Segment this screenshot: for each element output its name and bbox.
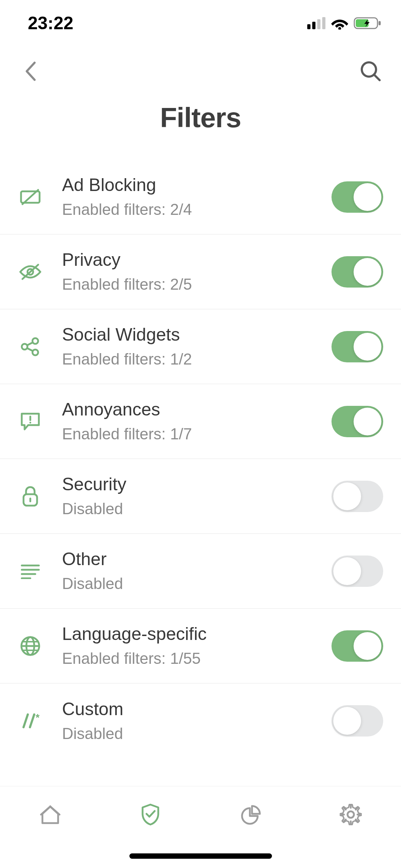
svg-line-9 <box>374 75 380 80</box>
lock-icon <box>18 484 43 509</box>
ad-block-icon <box>18 185 43 210</box>
chevron-left-icon <box>24 61 37 82</box>
social-icon <box>18 334 43 359</box>
filter-title: Social Widgets <box>62 323 331 346</box>
svg-point-16 <box>32 350 38 355</box>
toggle-privacy[interactable] <box>331 256 383 288</box>
svg-text:*: * <box>36 713 40 723</box>
filter-item-social[interactable]: Social Widgets Enabled filters: 1/2 <box>0 309 401 384</box>
toggle-custom[interactable] <box>331 705 383 737</box>
filter-subtitle: Enabled filters: 1/55 <box>62 648 331 669</box>
filter-item-text: Social Widgets Enabled filters: 1/2 <box>62 323 331 370</box>
nav-stats[interactable] <box>238 802 263 827</box>
svg-line-18 <box>27 348 33 351</box>
filter-item-language[interactable]: Language-specific Enabled filters: 1/55 <box>0 609 401 683</box>
shield-check-icon <box>140 803 160 826</box>
filter-item-other[interactable]: Other Disabled <box>0 534 401 609</box>
svg-rect-3 <box>322 17 325 29</box>
svg-line-35 <box>41 806 50 815</box>
svg-point-14 <box>22 344 27 350</box>
filter-subtitle: Disabled <box>62 573 331 594</box>
status-indicators <box>307 16 381 30</box>
svg-point-37 <box>348 811 354 818</box>
svg-rect-0 <box>307 24 310 29</box>
nav-protection[interactable] <box>138 802 163 827</box>
svg-line-33 <box>30 714 34 727</box>
wifi-icon <box>331 17 349 30</box>
filters-list: Ad Blocking Enabled filters: 2/4 Privacy… <box>0 160 401 758</box>
toggle-other[interactable] <box>331 556 383 587</box>
pie-chart-icon <box>240 804 261 825</box>
filter-title: Privacy <box>62 248 331 272</box>
filter-item-text: Ad Blocking Enabled filters: 2/4 <box>62 174 331 220</box>
filter-title: Language-specific <box>62 622 331 646</box>
back-button[interactable] <box>18 59 43 84</box>
battery-charging-icon <box>354 16 381 30</box>
home-icon <box>40 804 61 825</box>
toggle-annoyances[interactable] <box>331 406 383 437</box>
annoyance-icon <box>18 409 43 434</box>
filter-item-custom[interactable]: * Custom Disabled <box>0 683 401 758</box>
filter-title: Custom <box>62 698 331 721</box>
title-container: Filters <box>0 96 401 145</box>
filter-item-text: Other Disabled <box>62 548 331 594</box>
filter-item-ad-blocking[interactable]: Ad Blocking Enabled filters: 2/4 <box>0 160 401 234</box>
filter-item-security[interactable]: Security Disabled <box>0 459 401 534</box>
filter-subtitle: Enabled filters: 2/4 <box>62 199 331 220</box>
svg-point-4 <box>338 27 341 30</box>
custom-code-icon: * <box>18 708 43 733</box>
toggle-security[interactable] <box>331 481 383 512</box>
svg-point-20 <box>30 422 31 423</box>
svg-point-15 <box>32 338 38 344</box>
filter-subtitle: Enabled filters: 2/5 <box>62 274 331 295</box>
toggle-ad-blocking[interactable] <box>331 181 383 213</box>
search-button[interactable] <box>358 59 383 84</box>
toggle-social[interactable] <box>331 331 383 362</box>
svg-line-17 <box>27 342 33 345</box>
privacy-icon <box>18 259 43 284</box>
filter-item-text: Annoyances Enabled filters: 1/7 <box>62 398 331 444</box>
svg-line-36 <box>50 806 60 815</box>
filter-subtitle: Enabled filters: 1/2 <box>62 348 331 370</box>
filter-item-privacy[interactable]: Privacy Enabled filters: 2/5 <box>0 234 401 309</box>
svg-line-32 <box>24 714 28 727</box>
status-bar: 23:22 <box>0 0 401 46</box>
list-lines-icon <box>18 559 43 584</box>
filter-title: Other <box>62 548 331 571</box>
filter-item-text: Custom Disabled <box>62 698 331 744</box>
filter-title: Ad Blocking <box>62 174 331 197</box>
filter-subtitle: Enabled filters: 1/7 <box>62 423 331 444</box>
filter-item-text: Language-specific Enabled filters: 1/55 <box>62 622 331 669</box>
filter-subtitle: Disabled <box>62 498 331 519</box>
filter-subtitle: Disabled <box>62 723 331 744</box>
svg-rect-7 <box>379 21 381 25</box>
header-bar <box>0 46 401 96</box>
status-time: 23:22 <box>28 13 73 33</box>
globe-icon <box>18 634 43 658</box>
search-icon <box>360 60 382 82</box>
cellular-signal-icon <box>307 17 326 29</box>
filter-item-text: Privacy Enabled filters: 2/5 <box>62 248 331 295</box>
home-indicator <box>129 853 272 859</box>
nav-home[interactable] <box>38 802 63 827</box>
nav-settings[interactable] <box>338 802 363 827</box>
filter-title: Annoyances <box>62 398 331 421</box>
svg-rect-2 <box>317 19 320 29</box>
page-title: Filters <box>0 102 401 134</box>
toggle-language[interactable] <box>331 630 383 662</box>
filter-item-text: Security Disabled <box>62 473 331 519</box>
filter-title: Security <box>62 473 331 496</box>
svg-rect-1 <box>312 22 315 29</box>
gear-icon <box>340 804 362 826</box>
filter-item-annoyances[interactable]: Annoyances Enabled filters: 1/7 <box>0 384 401 459</box>
